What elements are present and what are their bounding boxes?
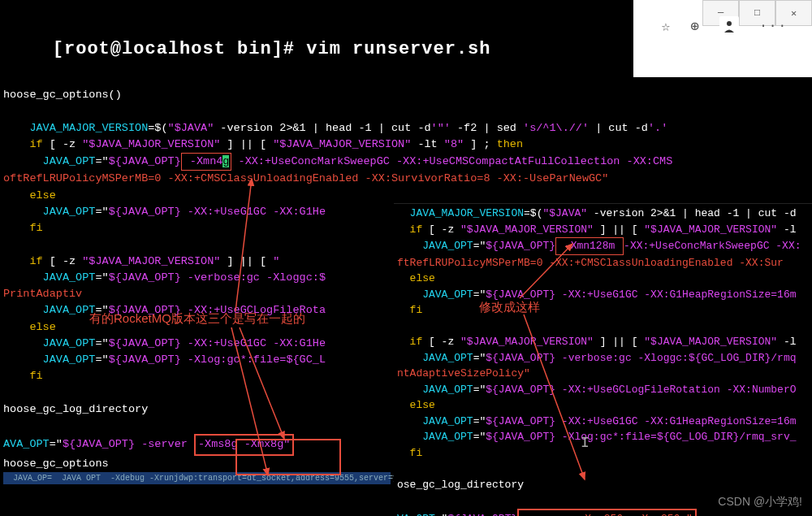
t: ${JAVA_OPT} [486,288,555,301]
t: JAVA_OPT [397,431,473,443]
t: if [397,336,422,348]
t: else [397,272,435,284]
t: -Xmn4 [184,155,223,167]
t: 's/^1\.//' [523,122,589,134]
t: ${JAVA_OPT} [109,271,181,284]
cursor: g [222,155,229,167]
t: "$JAVA_MAJOR_VERSION" [273,138,411,150]
statusbar: JAVA_OP= JAVA OPT -Xdebug -Xrunjdwp:tran… [3,474,447,483]
t: ${JAVA_OPT} [63,438,135,450]
t: =$( [524,207,542,219]
t: AVA_OPT [3,438,50,450]
t: =" [435,513,448,517]
t: -XX:+UseConcMarkSweepGC -XX: [624,240,801,252]
t: else [397,399,435,411]
t: ] || [ [220,255,273,267]
t: -XX:+UseG1GC -XX:G1He [181,206,326,218]
box-xmn128m: -Xmn128m [555,237,624,255]
box-xms256m: -server -Xms256m -Xmx256m" [517,509,697,517]
t: =" [473,415,486,427]
t: if [3,255,43,267]
t: '.' [648,122,667,134]
empty-box-marker [235,439,341,475]
annotation-right: 修改成这样 [479,300,540,315]
t: "$JAVA" [542,207,587,219]
text-cursor-icon: I [581,435,590,451]
t: ftRefLRUPolicyMSPerMB=0 -XX:+CMSClassUnl… [397,257,784,269]
t: =" [473,352,486,364]
right-file[interactable]: JAVA_MAJOR_VERSION=$("$JAVA" -version 2>… [394,203,812,504]
t: ${JAVA_OPT} [486,415,555,427]
t: then [497,138,523,150]
t: ${GC_LOG_DIR} [657,431,739,443]
t: JAVA_OPT [397,384,473,396]
t: -XX:+UseG1GC -XX:G1HeapRegionSize=16m [555,288,796,301]
t: "$JAVA" [168,122,214,134]
t: fi [397,447,422,459]
t: /rmq_srv_ [739,431,796,443]
t: =" [473,240,486,252]
t: ${JAVA_OPT} [447,513,517,517]
t: JAVA_MAJOR_VERSION [397,207,524,219]
cmd-1: vim runserver.sh [306,39,490,59]
t: [ -z [43,138,83,150]
watermark: CSDN @小学鸡! [718,495,802,509]
t: ose_gc_log_directory [397,479,524,491]
t: -l [777,223,796,236]
t: JAVA_OPT [397,415,473,427]
t: ] || [ [594,223,644,236]
t: else [3,189,56,202]
t: =" [473,288,486,301]
t: ${JAVA_OPT} [486,352,555,364]
browser-toolbar: ☆ ⊕ ··· [662,16,788,36]
t: JAVA_OPT [397,288,473,301]
t: ${JAVA_OPT} [486,240,555,252]
prompt-1: [root@localhost bin]# [53,39,306,59]
t: -verbose:gc -Xloggc:$ [181,271,326,284]
t: JAVA_OPT [3,304,95,316]
t: =$( [148,122,167,134]
t: if [3,138,43,150]
collections-icon[interactable]: ⊕ [690,17,699,35]
t: =" [95,337,108,349]
t: ${JAVA_OPT} [486,431,555,443]
t: else [3,321,56,333]
t: JAVA_OPT [397,352,473,364]
t: JAVA_OPT [3,271,95,284]
t: [ -z [422,223,460,236]
t: =" [95,271,108,284]
t: [ -z [422,336,460,348]
t: -Xlog:gc*:file= [181,353,287,366]
t: JAVA_OPT [3,353,95,366]
t: /rmq [771,352,796,364]
t: ${GC_LOG_DIR} [689,352,771,364]
t: fi [3,370,43,382]
t: fi [3,222,43,234]
t: -XX:+UseGCLogFileRotation -XX:NumberO [555,384,796,396]
t: ] ; [464,138,497,150]
t: fi [397,304,422,316]
t: if [397,223,422,236]
profile-avatar[interactable] [719,16,739,36]
t: -server -Xms256m -Xmx256m" [521,513,693,517]
t: JAVA_OPT [3,206,95,218]
t: oftRefLRUPolicyMSPerMB=0 -XX:+CMSClassUn… [3,172,608,184]
t: -lt [411,138,444,150]
t: JAVA_OPT [3,155,95,167]
more-icon[interactable]: ··· [759,19,788,33]
t: -XX:+UseConcMarkSweepGC -XX:+UseCMSCompa… [231,155,672,167]
t: =" [95,353,108,366]
t: -server [135,438,194,450]
t: JAVA_OPT [397,240,473,252]
t: ] || [ [594,336,644,348]
annotation-left: 有的RocketMQ版本这三个是写在一起的 [89,311,305,327]
t: "$JAVA_MAJOR_VERSION" [460,223,594,236]
t: -l [777,336,796,348]
t: ${JAVA_OPT} [109,155,181,167]
t: -version 2>&1 | head -1 | cut -d [587,207,796,219]
t: =" [95,206,108,218]
favorite-icon[interactable]: ☆ [662,17,671,35]
t: '"' [431,122,451,134]
t: -f2 | sed [451,122,523,134]
t: JAVA_MAJOR_VERSION [3,122,148,134]
